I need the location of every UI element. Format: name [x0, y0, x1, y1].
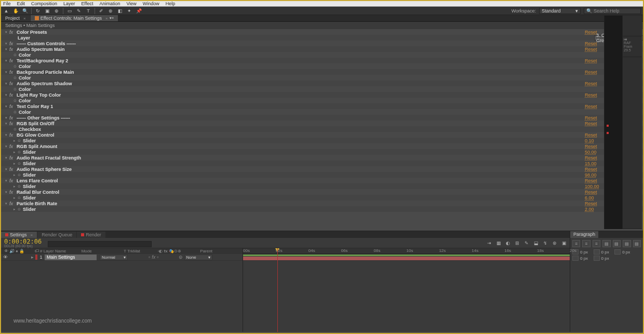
effect-property-row[interactable]: ⊙Color⊸ [1, 63, 643, 69]
effect-property-row[interactable]: ▸⊙Slider100.00 [1, 183, 643, 189]
fx-toggle-icon[interactable]: fx [9, 92, 15, 98]
selection-tool-icon[interactable]: ▲ [3, 8, 9, 14]
effect-property-row[interactable]: ▸⊙Slider2.00 [1, 206, 643, 212]
indent-first-value[interactable]: 0 px [601, 250, 609, 255]
space-before-value[interactable]: 0 px [580, 256, 588, 261]
tl-btn-9[interactable]: ▣ [560, 239, 568, 247]
timeline-tab-settings[interactable]: Settings× [1, 232, 37, 238]
fx-toggle-icon[interactable]: fx [9, 201, 15, 206]
stopwatch-icon[interactable]: ⊙ [18, 173, 22, 177]
stopwatch-icon[interactable]: ⊙ [14, 64, 18, 69]
stopwatch-icon[interactable]: ⊙ [14, 99, 18, 103]
clone-tool-icon[interactable]: ⊗ [108, 8, 114, 14]
layer-name[interactable]: Main Settings [45, 255, 97, 260]
eye-toggle-icon[interactable]: 👁 [3, 255, 8, 260]
effect-header[interactable]: ▾fxRadial Blur ControlResetAbout... [1, 189, 643, 195]
space-after-value[interactable]: 0 px [601, 256, 609, 261]
effect-property-row[interactable]: ⊙Color⊸ [1, 109, 643, 115]
fx-toggle-icon[interactable]: fx [9, 190, 15, 195]
space-after-icon[interactable] [594, 256, 600, 261]
effect-property-row[interactable]: ▸⊙Slider98.00 [1, 172, 643, 178]
playhead-line[interactable] [277, 248, 278, 332]
effect-header[interactable]: ▾fxRGB Split AmountResetAbout... [1, 143, 643, 149]
workspace-dropdown[interactable]: Standard▾ [539, 8, 581, 14]
stopwatch-icon[interactable]: ⊙ [14, 110, 18, 114]
indent-right-value[interactable]: 0 px [622, 250, 630, 255]
justify-all-icon[interactable]: ▤ [633, 240, 641, 247]
stopwatch-icon[interactable]: ⊙ [14, 87, 18, 91]
timeline-track-area[interactable]: 00s02s04s06s08s10s12s14s16s18s20s [243, 248, 570, 332]
fx-toggle-icon[interactable]: fx [9, 115, 15, 121]
stopwatch-icon[interactable]: ⊙ [14, 53, 18, 57]
pen-tool-icon[interactable]: ✎ [76, 8, 82, 14]
menu-file[interactable]: File [3, 1, 11, 6]
twirl-icon[interactable]: ▾ [5, 167, 9, 171]
fx-toggle-icon[interactable]: fx [9, 167, 15, 172]
preview-panel-collapsed[interactable]: ⏮ RAF Fram 29.5 [623, 36, 642, 57]
fx-toggle-icon[interactable]: fx [9, 70, 15, 75]
effect-header[interactable]: ▾fxParticle Birth RateResetAbout... [1, 201, 643, 206]
eraser-tool-icon[interactable]: ◧ [117, 8, 123, 14]
twirl-icon[interactable]: ▸ [14, 150, 18, 154]
parent-dropdown[interactable]: None▾ [184, 255, 212, 260]
fx-toggle-icon[interactable]: fx [9, 30, 15, 35]
switch-icon[interactable]: ▫ [157, 255, 158, 260]
menu-composition[interactable]: Composition [31, 1, 57, 6]
effect-header[interactable]: ▾fxText Color Ray 1ResetAbout... [1, 103, 643, 109]
indent-right-icon[interactable] [614, 249, 621, 255]
twirl-icon[interactable]: ▸ [14, 162, 18, 166]
effect-property-row[interactable]: ⊙Color⊸ [1, 98, 643, 103]
twirl-icon[interactable]: ▾ [5, 104, 9, 109]
close-icon[interactable]: × [23, 16, 26, 21]
tl-btn-8[interactable]: ⊗ [551, 239, 558, 247]
fx-toggle-icon[interactable]: fx [9, 132, 15, 138]
twirl-icon[interactable]: ▾ [5, 156, 9, 160]
stopwatch-icon[interactable]: ⊙ [14, 127, 18, 131]
stopwatch-icon[interactable]: ⊙ [18, 184, 22, 189]
fx-toggle-icon[interactable]: fx [9, 155, 15, 161]
timeline-tab-render[interactable]: Render [77, 232, 105, 238]
timeline-layer-row[interactable]: 👁 ▸ 1 Main Settings Normal▾ ▫fx▫ ⊚ None▾ [1, 254, 243, 261]
help-search-input[interactable]: 🔍Search Help [584, 8, 641, 14]
menu-effect[interactable]: Effect [82, 1, 93, 6]
twirl-icon[interactable]: ▸ [14, 207, 18, 211]
effect-property-row[interactable]: ▸⊙Slider6.00 [1, 195, 643, 201]
hand-tool-icon[interactable]: ✋ [12, 8, 19, 14]
stopwatch-icon[interactable]: ⊙ [18, 150, 22, 154]
menu-view[interactable]: View [126, 1, 136, 6]
twirl-icon[interactable]: ▾ [5, 133, 9, 137]
twirl-icon[interactable]: ▾ [5, 202, 9, 206]
roto-tool-icon[interactable]: ✦ [126, 8, 132, 14]
twirl-icon[interactable]: ▾ [5, 179, 9, 183]
twirl-icon[interactable]: ▸ [14, 139, 18, 143]
effect-property-row[interactable]: ▸⊙Slider50.00 [1, 149, 643, 155]
effect-property-row[interactable]: ⊙Checkbox✓ [1, 126, 643, 132]
twirl-icon[interactable]: ▾ [5, 30, 9, 34]
effect-property-row[interactable]: ▸⊙Slider15.00 [1, 161, 643, 166]
fx-toggle-icon[interactable]: fx [9, 121, 15, 126]
effect-header[interactable]: ▾fxAudio React Sphere SizeResetAbout... [1, 166, 643, 172]
paragraph-tab[interactable]: Paragraph [570, 231, 598, 238]
tl-btn-5[interactable]: ✎ [523, 239, 530, 247]
stopwatch-icon[interactable]: ⊙ [18, 196, 22, 200]
tl-btn-2[interactable]: ▦ [495, 239, 502, 247]
effect-header[interactable]: ▾fxRGB Split On/OffResetAbout... [1, 121, 643, 126]
fx-toggle-icon[interactable]: fx [9, 58, 15, 63]
menu-layer[interactable]: Layer [63, 1, 75, 6]
pan-behind-tool-icon[interactable]: ⊕ [53, 8, 60, 14]
timeline-tab-render-queue[interactable]: Render Queue [37, 232, 76, 238]
menu-animation[interactable]: Animation [99, 1, 120, 6]
fx-toggle-icon[interactable]: fx [9, 47, 15, 52]
effect-header[interactable]: ▾fxLens Flare ControlResetAbout... [1, 178, 643, 183]
composition-preview[interactable] [604, 16, 622, 229]
brush-tool-icon[interactable]: ✐ [98, 8, 104, 14]
layer-duration-bar[interactable] [243, 257, 570, 260]
twirl-icon[interactable]: ▾ [5, 82, 9, 86]
effect-header[interactable]: ▾fxAudio Spectrum ShadowResetAbout... [1, 81, 643, 86]
fx-toggle-icon[interactable]: fx [9, 104, 15, 109]
switch-icon[interactable]: ▫ [149, 255, 150, 260]
justify-right-icon[interactable]: ▤ [623, 240, 630, 247]
tl-btn-1[interactable]: ⇥ [486, 239, 493, 247]
tl-btn-4[interactable]: ⊞ [514, 239, 521, 247]
effect-header[interactable]: ▾fxLight Ray Top ColorResetAbout... [1, 92, 643, 98]
